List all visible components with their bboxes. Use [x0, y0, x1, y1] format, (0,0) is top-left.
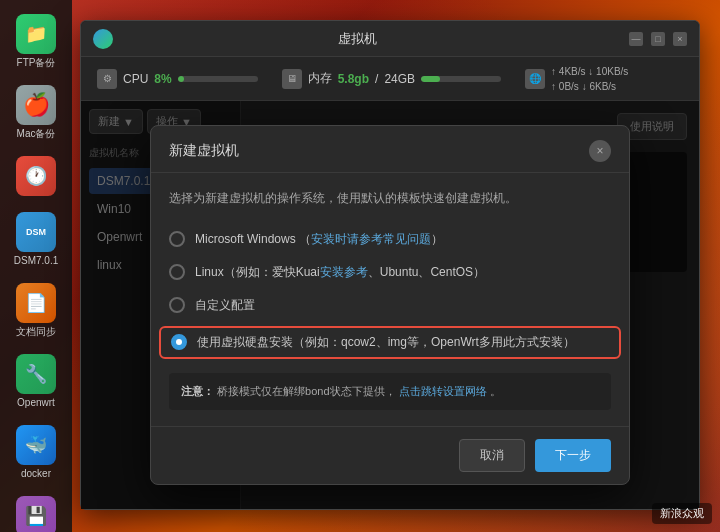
sidebar-item-docker[interactable]: 🐳 docker — [6, 419, 66, 486]
sidebar-label-mac: Mac备份 — [17, 128, 56, 140]
option-windows[interactable]: Microsoft Windows （安装时请参考常见问题） — [169, 223, 611, 256]
net1-down: ↓ 10KB/s — [588, 66, 628, 77]
sidebar-item-doc[interactable]: 📄 文档同步 — [6, 277, 66, 344]
dialog-footer: 取消 下一步 — [151, 426, 629, 484]
radio-vdisk — [171, 334, 187, 350]
close-icon: × — [596, 144, 603, 158]
doc-icon: 📄 — [16, 283, 56, 323]
dialog-close-button[interactable]: × — [589, 140, 611, 162]
radio-windows — [169, 231, 185, 247]
sidebar-item-ftp[interactable]: 📁 FTP备份 — [6, 8, 66, 75]
sidebar-label-dsm: DSM7.0.1 — [14, 255, 58, 267]
mac-icon: 🍎 — [16, 85, 56, 125]
sidebar-item-mac[interactable]: 🍎 Mac备份 — [6, 79, 66, 146]
sidebar-label-openwrt: Openwrt — [17, 397, 55, 409]
mem-total: 24GB — [384, 72, 415, 86]
net2-up: ↑ 0B/s — [551, 81, 579, 92]
mem-progress-bar — [421, 76, 501, 82]
radio-custom — [169, 297, 185, 313]
dialog-overlay: 新建虚拟机 × 选择为新建虚拟机的操作系统，使用默认的模板快速创建虚拟机。 Mi… — [81, 101, 699, 509]
option-linux-label: Linux（例如：爱快Kuai安装参考、Ubuntu、CentOS） — [195, 264, 485, 281]
option-vdisk-highlighted: 使用虚拟硬盘安装（例如：qcow2、img等，OpenWrt多用此方式安装） — [159, 326, 621, 359]
windows-text: Microsoft Windows — [195, 232, 296, 246]
mem-separator: / — [375, 72, 378, 86]
dialog-title: 新建虚拟机 — [169, 142, 239, 160]
cpu-progress-bar — [178, 76, 258, 82]
openwrt-icon: 🔧 — [16, 354, 56, 394]
cpu-status: ⚙ CPU 8% — [97, 69, 258, 89]
cpu-icon: ⚙ — [97, 69, 117, 89]
sidebar-label-ftp: FTP备份 — [17, 57, 56, 69]
minimize-button[interactable]: — — [629, 32, 643, 46]
option-windows-label: Microsoft Windows （安装时请参考常见问题） — [195, 231, 443, 248]
windows-link[interactable]: 安装时请参考常见问题 — [311, 232, 431, 246]
net-icon: 🌐 — [525, 69, 545, 89]
option-vdisk-label: 使用虚拟硬盘安装（例如：qcow2、img等，OpenWrt多用此方式安装） — [197, 334, 575, 351]
dialog-body: 选择为新建虚拟机的操作系统，使用默认的模板快速创建虚拟机。 Microsoft … — [151, 173, 629, 427]
title-bar: 虚拟机 — □ × — [81, 21, 699, 57]
watermark: 新浪众观 — [652, 503, 712, 524]
sidebar-label-docker: docker — [21, 468, 51, 480]
sidebar-item-openwrt[interactable]: 🔧 Openwrt — [6, 348, 66, 415]
option-custom-label: 自定义配置 — [195, 297, 255, 314]
new-vm-dialog: 新建虚拟机 × 选择为新建虚拟机的操作系统，使用默认的模板快速创建虚拟机。 Mi… — [150, 125, 630, 486]
sidebar-item-dsm[interactable]: DSM DSM7.0.1 — [6, 206, 66, 273]
net1-up: ↑ 4KB/s — [551, 66, 585, 77]
note-prefix: 注意： — [181, 385, 214, 397]
clock-icon: 🕐 — [16, 156, 56, 196]
window-controls: — □ × — [629, 32, 687, 46]
radio-linux — [169, 264, 185, 280]
status-bar: ⚙ CPU 8% 🖥 内存 5.8gb / 24GB 🌐 — [81, 57, 699, 101]
dsm-icon: DSM — [16, 212, 56, 252]
cancel-button[interactable]: 取消 — [459, 439, 525, 472]
mem-status: 🖥 内存 5.8gb / 24GB — [282, 69, 501, 89]
net-status: 🌐 ↑ 4KB/s ↓ 10KB/s ↑ 0B/s ↓ 6KB/s — [525, 64, 628, 94]
vm-content: 新建 ▼ 操作 ▼ 虚拟机名称 DSM7.0.1 Win10 Openwr — [81, 101, 699, 509]
desktop: 📁 FTP备份 🍎 Mac备份 🕐 DSM DSM7.0.1 📄 文档同步 🔧 … — [0, 0, 720, 532]
cpu-progress-fill — [178, 76, 184, 82]
docker-icon: 🐳 — [16, 425, 56, 465]
sidebar: 📁 FTP备份 🍎 Mac备份 🕐 DSM DSM7.0.1 📄 文档同步 🔧 … — [0, 0, 72, 532]
mem-progress-fill — [421, 76, 440, 82]
net-info: ↑ 4KB/s ↓ 10KB/s ↑ 0B/s ↓ 6KB/s — [551, 64, 628, 94]
sidebar-item-vm[interactable]: 💾 虚拟机存储 — [6, 490, 66, 532]
dialog-header: 新建虚拟机 × — [151, 126, 629, 173]
ftp-icon: 📁 — [16, 14, 56, 54]
net2-down: ↓ 6KB/s — [582, 81, 616, 92]
cpu-value: 8% — [154, 72, 171, 86]
cpu-label: CPU — [123, 72, 148, 86]
dialog-note: 注意： 桥接模式仅在解绑bond状态下提供， 点击跳转设置网络 。 — [169, 373, 611, 411]
mem-value: 5.8gb — [338, 72, 369, 86]
linux-link[interactable]: 安装参考 — [320, 265, 368, 279]
option-vdisk[interactable]: 使用虚拟硬盘安装（例如：qcow2、img等，OpenWrt多用此方式安装） — [171, 334, 609, 351]
note-link[interactable]: 点击跳转设置网络 — [399, 385, 487, 397]
note-text: 桥接模式仅在解绑bond状态下提供， — [217, 385, 395, 397]
mem-label: 内存 — [308, 70, 332, 87]
maximize-button[interactable]: □ — [651, 32, 665, 46]
sidebar-label-doc: 文档同步 — [16, 326, 56, 338]
net2-info: ↑ 0B/s ↓ 6KB/s — [551, 79, 628, 94]
note-suffix: 。 — [490, 385, 501, 397]
mem-icon: 🖥 — [282, 69, 302, 89]
vm-window: 虚拟机 — □ × ⚙ CPU 8% 🖥 内存 5.8gb / — [80, 20, 700, 510]
next-button[interactable]: 下一步 — [535, 439, 611, 472]
dialog-description: 选择为新建虚拟机的操作系统，使用默认的模板快速创建虚拟机。 — [169, 189, 611, 207]
vm-icon: 💾 — [16, 496, 56, 532]
sidebar-item-clock[interactable]: 🕐 — [6, 150, 66, 202]
close-button[interactable]: × — [673, 32, 687, 46]
net1-info: ↑ 4KB/s ↓ 10KB/s — [551, 64, 628, 79]
option-linux[interactable]: Linux（例如：爱快Kuai安装参考、Ubuntu、CentOS） — [169, 256, 611, 289]
window-title: 虚拟机 — [85, 30, 629, 48]
option-custom[interactable]: 自定义配置 — [169, 289, 611, 322]
